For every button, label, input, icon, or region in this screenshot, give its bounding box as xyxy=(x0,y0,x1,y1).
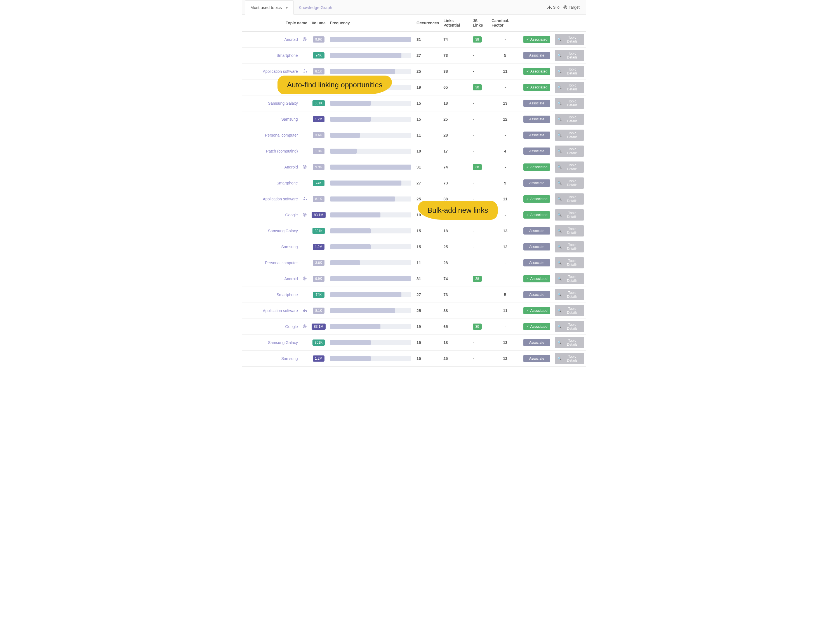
links-potential-value: 25 xyxy=(441,112,470,127)
check-icon: ✓ xyxy=(526,309,529,313)
topic-link[interactable]: Personal computer xyxy=(244,133,298,137)
associate-button[interactable]: Associate xyxy=(523,52,550,59)
topic-details-button[interactable]: 🔍Topic Details xyxy=(555,305,584,316)
topic-link[interactable]: Android xyxy=(244,37,298,42)
btn-label: Associated xyxy=(530,38,547,41)
silo-action[interactable]: Silo xyxy=(547,5,560,10)
volume-badge: 74K xyxy=(313,292,325,298)
associated-button[interactable]: ✓Associated xyxy=(523,84,550,91)
associated-button[interactable]: ✓Associated xyxy=(523,275,550,283)
associated-button[interactable]: ✓Associated xyxy=(523,36,550,43)
associate-button[interactable]: Associate xyxy=(523,291,550,298)
topic-link[interactable]: Google xyxy=(244,213,298,217)
table-row: Patch (computing) 1.3K 10 17 - 4 Associa… xyxy=(242,143,586,159)
topic-link[interactable]: Smartphone xyxy=(244,181,298,185)
topic-details-button[interactable]: 🔍Topic Details xyxy=(555,130,584,141)
topic-details-button[interactable]: 🔍Topic Details xyxy=(555,241,584,253)
associated-button[interactable]: ✓Associated xyxy=(523,163,550,171)
topic-link[interactable]: Patch (computing) xyxy=(244,149,298,153)
btn-label: Associate xyxy=(529,53,544,57)
associate-button[interactable]: Associate xyxy=(523,339,550,346)
topic-details-button[interactable]: 🔍Topic Details xyxy=(555,209,584,220)
topic-details-button[interactable]: 🔍Topic Details xyxy=(555,114,584,125)
associate-button[interactable]: Associate xyxy=(523,132,550,139)
occurences-value: 15 xyxy=(414,239,441,255)
topic-details-button[interactable]: 🔍Topic Details xyxy=(555,337,584,348)
associated-button[interactable]: ✓Associated xyxy=(523,211,550,218)
associate-button[interactable]: Associate xyxy=(523,355,550,362)
topic-link[interactable]: Samsung Galaxy xyxy=(244,340,298,345)
btn-label: Associate xyxy=(529,181,544,185)
topic-details-button[interactable]: 🔍Topic Details xyxy=(555,353,584,364)
topic-link[interactable]: Samsung xyxy=(244,117,298,121)
topic-link[interactable]: Samsung xyxy=(244,356,298,361)
col-cannibal-factor: Cannibal. Factor xyxy=(489,14,521,31)
target-action[interactable]: Target xyxy=(563,5,580,10)
topic-details-button[interactable]: 🔍Topic Details xyxy=(555,177,584,188)
topic-details-button[interactable]: 🔍Topic Details xyxy=(555,321,584,332)
topic-details-button[interactable]: 🔍Topic Details xyxy=(555,162,584,173)
associate-button[interactable]: Associate xyxy=(523,227,550,234)
svg-rect-15 xyxy=(304,69,305,70)
topic-link[interactable]: Samsung xyxy=(244,245,298,249)
volume-badge: 301K xyxy=(312,228,325,234)
associate-button[interactable]: Associate xyxy=(523,243,550,250)
topic-link[interactable]: Samsung Galaxy xyxy=(244,101,298,105)
topic-details-button[interactable]: 🔍Topic Details xyxy=(555,34,584,45)
btn-label: Topic Details xyxy=(563,339,581,347)
topic-details-button[interactable]: 🔍Topic Details xyxy=(555,273,584,284)
topic-details-button[interactable]: 🔍Topic Details xyxy=(555,82,584,93)
topic-link[interactable]: Application software xyxy=(244,197,298,201)
topic-link[interactable]: Google xyxy=(244,324,298,329)
topic-link[interactable]: Personal computer xyxy=(244,261,298,265)
topic-details-button[interactable]: 🔍Topic Details xyxy=(555,146,584,157)
js-links-value: - xyxy=(473,53,474,58)
js-links-value: - xyxy=(473,261,474,265)
associated-button[interactable]: ✓Associated xyxy=(523,323,550,330)
topic-link[interactable]: Android xyxy=(244,165,298,169)
table-row: Android 9.9K 31 74 38 - ✓Associated 🔍Top… xyxy=(242,159,586,175)
associate-button[interactable]: Associate xyxy=(523,259,550,267)
associated-button[interactable]: ✓Associated xyxy=(523,307,550,314)
topic-details-button[interactable]: 🔍Topic Details xyxy=(555,50,584,61)
topic-link[interactable]: Samsung Galaxy xyxy=(244,229,298,233)
check-icon: ✓ xyxy=(526,325,529,328)
topic-link[interactable]: Android xyxy=(244,276,298,281)
associate-button[interactable]: Associate xyxy=(523,148,550,155)
associate-button[interactable]: Associate xyxy=(523,100,550,107)
tab-knowledge-graph[interactable]: Knowledge Graph xyxy=(294,0,337,14)
topic-details-button[interactable]: 🔍Topic Details xyxy=(555,257,584,269)
frequency-bar xyxy=(330,244,411,250)
col-frequency: Frequency xyxy=(328,14,414,31)
svg-rect-17 xyxy=(304,72,305,72)
topic-details-button[interactable]: 🔍Topic Details xyxy=(555,225,584,237)
links-potential-value: 18 xyxy=(441,335,470,351)
topic-details-button[interactable]: 🔍Topic Details xyxy=(555,289,584,300)
topic-link[interactable]: Application software xyxy=(244,308,298,313)
associated-button[interactable]: ✓Associated xyxy=(523,68,550,75)
js-links-value: - xyxy=(473,308,474,313)
topic-details-button[interactable]: 🔍Topic Details xyxy=(555,66,584,77)
topic-details-button[interactable]: 🔍Topic Details xyxy=(555,193,584,204)
associate-button[interactable]: Associate xyxy=(523,116,550,123)
btn-label: Topic Details xyxy=(563,307,581,314)
btn-label: Associate xyxy=(529,245,544,249)
silo-icon xyxy=(303,197,307,201)
topic-details-button[interactable]: 🔍Topic Details xyxy=(555,98,584,109)
topic-link[interactable]: Smartphone xyxy=(244,292,298,297)
js-links-value: - xyxy=(473,181,474,185)
tab-most-used-topics[interactable]: Most used topics ▼ xyxy=(245,0,294,14)
volume-badge: 301K xyxy=(312,100,325,106)
links-potential-value: 18 xyxy=(441,223,470,239)
check-icon: ✓ xyxy=(526,213,529,217)
cannibal-factor-value: 11 xyxy=(489,64,521,80)
volume-badge: 1.2M xyxy=(313,116,325,122)
topic-link[interactable]: Smartphone xyxy=(244,53,298,58)
associate-button[interactable]: Associate xyxy=(523,179,550,187)
links-potential-value: 73 xyxy=(441,47,470,64)
svg-rect-0 xyxy=(549,6,550,6)
js-links-badge: 30 xyxy=(473,324,482,330)
search-icon: 🔍 xyxy=(558,101,562,105)
associated-button[interactable]: ✓Associated xyxy=(523,195,550,203)
topic-link[interactable]: Application software xyxy=(244,69,298,74)
